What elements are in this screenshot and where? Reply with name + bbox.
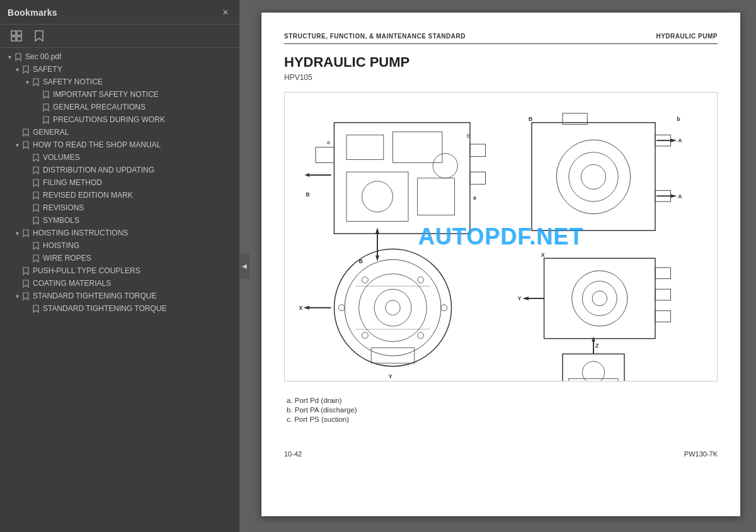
diagram-area: B a a b B bbox=[284, 92, 718, 382]
bookmark-icon-hoisting_instructions bbox=[21, 229, 30, 237]
svg-text:X: X bbox=[299, 305, 303, 311]
bookmark-item-safety[interactable]: ▾SAFETY bbox=[0, 63, 239, 76]
item-label-general_precautions: GENERAL PRECAUTIONS bbox=[53, 103, 146, 111]
page-header-right: HYDRAULIC PUMP bbox=[656, 33, 718, 40]
item-label-std_torque_child: STANDARD TIGHTENING TORQUE bbox=[43, 304, 166, 313]
toolbar-grid-button[interactable] bbox=[8, 28, 25, 43]
grid-icon bbox=[10, 30, 23, 42]
page-container: STRUCTURE, FUNCTION, & MAINTENANCE STAND… bbox=[261, 13, 740, 516]
bookmarks-title: Bookmarks bbox=[8, 8, 57, 18]
svg-rect-8 bbox=[346, 172, 408, 221]
svg-point-9 bbox=[362, 181, 393, 212]
bookmark-item-important_safety[interactable]: IMPORTANT SAFETY NOTICE bbox=[0, 88, 239, 101]
bookmark-item-revisions[interactable]: REVISIONS bbox=[0, 201, 239, 214]
svg-point-44 bbox=[386, 300, 401, 315]
bookmark-item-wire_ropes[interactable]: WIRE ROPES bbox=[0, 252, 239, 264]
svg-marker-72 bbox=[592, 337, 595, 342]
toggle-icon-precautions_work bbox=[33, 115, 42, 124]
svg-point-28 bbox=[581, 164, 605, 189]
bookmark-item-filing_method[interactable]: FILING METHOD bbox=[0, 176, 239, 189]
bookmark-item-hoisting[interactable]: HOISTING bbox=[0, 239, 239, 252]
page-header: STRUCTURE, FUNCTION, & MAINTENANCE STAND… bbox=[284, 33, 718, 44]
bookmark-item-std_torque_parent[interactable]: ▾STANDARD TIGHTENING TORQUE bbox=[0, 290, 239, 302]
toolbar-bookmark-button[interactable] bbox=[30, 28, 48, 43]
toggle-icon-safety[interactable]: ▾ bbox=[13, 65, 21, 74]
svg-text:A: A bbox=[678, 193, 682, 200]
bookmark-icon-sec00 bbox=[14, 52, 23, 61]
collapse-arrow[interactable]: ◀ bbox=[239, 254, 249, 279]
toggle-icon-hoisting_instructions[interactable]: ▾ bbox=[13, 229, 21, 237]
svg-point-66 bbox=[582, 361, 604, 381]
bookmark-icon-push_pull bbox=[21, 266, 30, 275]
svg-text:Z: Z bbox=[595, 342, 599, 349]
bookmark-item-hoisting_instructions[interactable]: ▾HOISTING INSTRUCTIONS bbox=[0, 227, 239, 239]
svg-point-46 bbox=[418, 277, 424, 283]
bookmark-item-push_pull[interactable]: PUSH-PULL TYPE COUPLERS bbox=[0, 264, 239, 277]
svg-point-59 bbox=[572, 271, 627, 326]
item-label-how_to_read: HOW TO READ THE SHOP MANUAL bbox=[33, 140, 161, 149]
svg-text:Y: Y bbox=[517, 295, 521, 302]
bookmark-item-coating[interactable]: COATING MATERIALS bbox=[0, 277, 239, 290]
svg-point-60 bbox=[582, 281, 617, 316]
bookmark-icon-std_torque_child bbox=[32, 304, 40, 313]
toggle-icon-how_to_read[interactable]: ▾ bbox=[13, 140, 21, 149]
item-label-push_pull: PUSH-PULL TYPE COUPLERS bbox=[33, 266, 140, 275]
svg-text:B: B bbox=[306, 191, 309, 198]
item-label-wire_ropes: WIRE ROPES bbox=[43, 254, 91, 263]
bookmarks-panel: Bookmarks × ▾Sec 00.pdf▾SAFETY▾SAFETY NO… bbox=[0, 0, 239, 532]
toggle-icon-coating bbox=[13, 279, 21, 288]
svg-marker-69 bbox=[522, 297, 529, 300]
bookmark-item-general[interactable]: GENERAL bbox=[0, 126, 239, 139]
toggle-icon-std_torque_child bbox=[23, 304, 32, 313]
toggle-icon-filing_method bbox=[23, 178, 32, 187]
bookmark-item-volumes[interactable]: VOLUMES bbox=[0, 151, 239, 164]
toggle-icon-safety_notice[interactable]: ▾ bbox=[23, 77, 32, 86]
bookmark-icon-general_precautions bbox=[42, 103, 50, 111]
svg-marker-55 bbox=[303, 306, 309, 310]
svg-point-43 bbox=[374, 289, 411, 326]
svg-point-26 bbox=[556, 140, 631, 214]
bookmark-item-sec00[interactable]: ▾Sec 00.pdf bbox=[0, 50, 239, 63]
bookmark-icon-precautions_work bbox=[42, 115, 50, 124]
toggle-icon-std_torque_parent[interactable]: ▾ bbox=[13, 291, 21, 300]
bookmark-item-symbols[interactable]: SYMBOLS bbox=[0, 214, 239, 227]
bookmark-icon-filing_method bbox=[32, 178, 40, 187]
item-label-important_safety: IMPORTANT SAFETY NOTICE bbox=[53, 90, 159, 99]
bookmark-icon-distribution bbox=[32, 166, 40, 174]
bookmarks-tree: ▾Sec 00.pdf▾SAFETY▾SAFETY NOTICEIMPORTAN… bbox=[0, 48, 239, 532]
bookmark-item-revised_edition[interactable]: REVISED EDITION MARK bbox=[0, 189, 239, 201]
item-label-coating: COATING MATERIALS bbox=[33, 279, 111, 288]
toggle-icon-revised_edition bbox=[23, 191, 32, 200]
caption-a: a. Port Pd (drain) bbox=[287, 397, 715, 404]
bookmark-icon-wire_ropes bbox=[32, 254, 40, 263]
item-label-distribution: DISTRIBUTION AND UPDATING bbox=[43, 166, 154, 174]
bookmark-icon-revised_edition bbox=[32, 191, 40, 200]
svg-rect-65 bbox=[563, 354, 624, 381]
toggle-icon-sec00[interactable]: ▾ bbox=[5, 52, 14, 61]
svg-text:B: B bbox=[529, 116, 532, 122]
caption-c: c. Port PS (suction) bbox=[287, 416, 715, 423]
svg-text:a: a bbox=[327, 139, 330, 145]
toggle-icon-revisions bbox=[23, 203, 32, 212]
document-content[interactable]: STRUCTURE, FUNCTION, & MAINTENANCE STAND… bbox=[239, 0, 756, 532]
svg-text:a: a bbox=[473, 195, 476, 201]
bookmark-item-safety_notice[interactable]: ▾SAFETY NOTICE bbox=[0, 76, 239, 88]
svg-text:Y: Y bbox=[389, 373, 392, 380]
svg-text:b: b bbox=[467, 133, 470, 139]
captions-area: a. Port Pd (drain) b. Port PA (discharge… bbox=[284, 392, 718, 430]
toggle-icon-general_precautions bbox=[33, 103, 42, 111]
bookmark-item-precautions_work[interactable]: PRECAUTIONS DURING WORK bbox=[0, 113, 239, 126]
bookmark-icon-std_torque_parent bbox=[21, 291, 30, 300]
close-button[interactable]: × bbox=[219, 6, 232, 19]
item-label-revised_edition: REVISED EDITION MARK bbox=[43, 191, 133, 200]
toggle-icon-hoisting bbox=[23, 241, 32, 250]
item-label-filing_method: FILING METHOD bbox=[43, 178, 102, 187]
bookmark-item-distribution[interactable]: DISTRIBUTION AND UPDATING bbox=[0, 164, 239, 176]
bookmark-item-std_torque_child[interactable]: STANDARD TIGHTENING TORQUE bbox=[0, 302, 239, 315]
bookmark-item-how_to_read[interactable]: ▾HOW TO READ THE SHOP MANUAL bbox=[0, 139, 239, 151]
page-header-left: STRUCTURE, FUNCTION, & MAINTENANCE STAND… bbox=[284, 33, 466, 40]
bookmark-item-general_precautions[interactable]: GENERAL PRECAUTIONS bbox=[0, 101, 239, 113]
svg-marker-35 bbox=[671, 194, 677, 198]
svg-rect-13 bbox=[470, 172, 486, 184]
svg-rect-1 bbox=[17, 31, 21, 35]
